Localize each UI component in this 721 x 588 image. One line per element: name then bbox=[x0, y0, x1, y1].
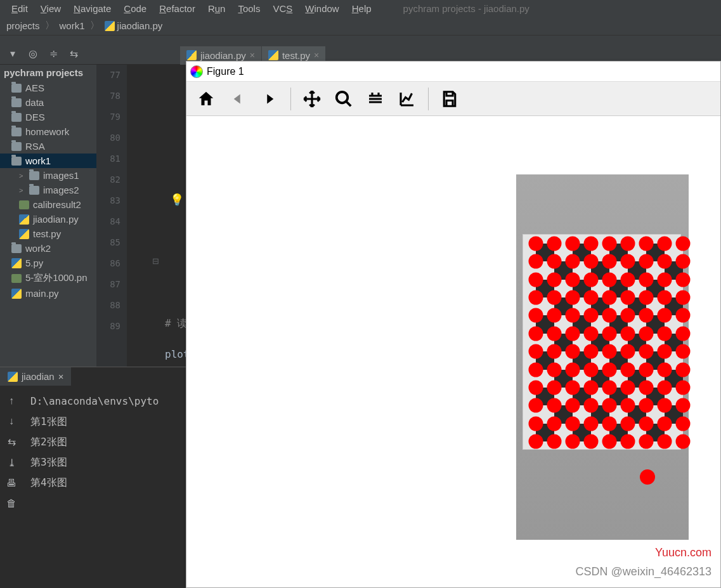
tree-item[interactable]: calibresult2 bbox=[0, 197, 96, 212]
folder-icon bbox=[11, 127, 22, 136]
line-number: 82 bbox=[96, 169, 120, 190]
home-icon[interactable] bbox=[193, 86, 219, 112]
image-file-icon bbox=[11, 274, 22, 283]
close-icon[interactable]: × bbox=[250, 50, 255, 60]
tree-item[interactable]: work2 bbox=[0, 241, 96, 256]
line-number: 87 bbox=[96, 274, 120, 295]
chevron-right-icon: 〉 bbox=[44, 20, 56, 32]
project-tree: AESdataDEShomeworkRSAwork1>images1>image… bbox=[0, 81, 96, 301]
python-file-icon bbox=[11, 289, 22, 299]
tree-item[interactable]: test.py bbox=[0, 226, 96, 241]
figure-toolbar bbox=[186, 82, 720, 116]
back-icon[interactable] bbox=[224, 86, 251, 112]
settings-icon[interactable]: ⇆ bbox=[66, 46, 81, 62]
tree-label: work2 bbox=[25, 243, 51, 254]
collapse-icon[interactable]: ≑ bbox=[46, 46, 61, 62]
tree-label: work1 bbox=[25, 155, 51, 166]
breadcrumb: projects 〉 work1 〉 jiaodian.py bbox=[0, 16, 721, 36]
tree-item[interactable]: data bbox=[0, 95, 96, 110]
tree-label: jiaodian.py bbox=[33, 214, 79, 225]
down-arrow-icon[interactable]: ↓ bbox=[9, 415, 14, 427]
project-title: pychram projects bbox=[0, 65, 96, 81]
forward-icon[interactable] bbox=[256, 86, 283, 112]
menu-edit[interactable]: Edit bbox=[5, 2, 34, 15]
tree-item[interactable]: AES bbox=[0, 81, 96, 95]
figure-title: Figure 1 bbox=[207, 66, 244, 77]
tree-label: DES bbox=[25, 112, 45, 122]
tree-item[interactable]: 5.py bbox=[0, 256, 96, 270]
python-file-icon bbox=[8, 372, 18, 382]
tree-item[interactable]: homework bbox=[0, 124, 96, 139]
breadcrumb-item[interactable]: projects bbox=[3, 19, 44, 32]
tree-item[interactable]: main.py bbox=[0, 286, 96, 301]
line-number: 83 bbox=[96, 190, 120, 211]
lightbulb-icon[interactable]: 💡 bbox=[170, 193, 184, 207]
tree-item[interactable]: DES bbox=[0, 110, 96, 124]
breadcrumb-label: jiaodian.py bbox=[117, 20, 163, 31]
menu-vcs[interactable]: VCS bbox=[266, 2, 299, 15]
python-file-icon bbox=[19, 229, 29, 239]
tab-label: test.py bbox=[282, 50, 310, 61]
axes-icon[interactable] bbox=[394, 86, 420, 112]
wrap-icon[interactable]: ⇆ bbox=[8, 436, 16, 448]
python-file-icon bbox=[19, 214, 29, 225]
close-icon[interactable]: × bbox=[58, 371, 64, 382]
zoom-icon[interactable] bbox=[330, 86, 357, 112]
figure-canvas[interactable]: Yuucn.com CSDN @weixin_46462313 bbox=[186, 116, 720, 587]
breadcrumb-item[interactable]: jiaodian.py bbox=[101, 19, 167, 32]
code-comment: # 读 bbox=[165, 317, 187, 330]
chevron-right-icon: 〉 bbox=[89, 20, 101, 32]
scroll-icon[interactable]: ⤓ bbox=[8, 457, 16, 469]
menu-code[interactable]: Code bbox=[117, 2, 153, 15]
fold-icon[interactable]: ⊟ bbox=[152, 256, 159, 266]
menu-help[interactable]: Help bbox=[346, 2, 378, 15]
folder-icon bbox=[29, 171, 39, 180]
folder-icon bbox=[11, 84, 22, 93]
line-number: 81 bbox=[96, 148, 120, 169]
tree-item[interactable]: RSA bbox=[0, 139, 96, 154]
tree-label: homework bbox=[25, 126, 69, 137]
menu-navigate[interactable]: Navigate bbox=[67, 2, 117, 15]
print-icon[interactable]: 🖶 bbox=[6, 478, 16, 489]
subplots-icon[interactable] bbox=[362, 86, 389, 112]
watermark: Yuucn.com bbox=[655, 546, 711, 559]
tab-label: jiaodian.py bbox=[200, 50, 246, 61]
tree-item[interactable]: work1 bbox=[0, 154, 96, 168]
breadcrumb-item[interactable]: work1 bbox=[56, 19, 89, 32]
pan-icon[interactable] bbox=[299, 86, 325, 112]
up-arrow-icon[interactable]: ↑ bbox=[9, 395, 14, 407]
close-icon[interactable]: × bbox=[314, 50, 319, 60]
tree-label: main.py bbox=[25, 288, 59, 299]
line-number: 85 bbox=[96, 232, 120, 253]
tree-item[interactable]: jiaodian.py bbox=[0, 212, 96, 226]
tree-item[interactable]: >images2 bbox=[0, 183, 96, 197]
svg-point-0 bbox=[337, 91, 348, 103]
menu-run[interactable]: Run bbox=[202, 2, 232, 15]
tree-label: RSA bbox=[25, 141, 45, 152]
line-number: 89 bbox=[96, 316, 120, 337]
folder-icon bbox=[11, 98, 22, 107]
tree-item[interactable]: 5-室外1000.pn bbox=[0, 270, 96, 286]
target-icon[interactable]: ◎ bbox=[25, 46, 41, 62]
menu-refactor[interactable]: Refactor bbox=[153, 2, 202, 15]
save-icon[interactable] bbox=[436, 86, 463, 112]
run-tab[interactable]: jiaodian × bbox=[0, 367, 71, 386]
calibration-image bbox=[516, 174, 689, 540]
menu-window[interactable]: Window bbox=[299, 2, 345, 15]
menu-tools[interactable]: Tools bbox=[231, 2, 266, 15]
folder-icon bbox=[11, 113, 22, 122]
menu-view[interactable]: View bbox=[34, 2, 67, 15]
tree-item[interactable]: >images1 bbox=[0, 168, 96, 183]
line-number: 78 bbox=[96, 86, 120, 107]
separator bbox=[290, 88, 291, 110]
tree-label: images1 bbox=[43, 170, 79, 181]
figure-window[interactable]: Figure 1 bbox=[186, 61, 721, 588]
line-number: 86 bbox=[96, 253, 120, 274]
folder-icon bbox=[11, 142, 22, 151]
run-tab-label: jiaodian bbox=[22, 371, 55, 382]
trash-icon[interactable]: 🗑 bbox=[6, 498, 16, 509]
project-chevron-icon[interactable]: ▾ bbox=[5, 46, 20, 62]
python-file-icon bbox=[11, 258, 22, 268]
figure-titlebar[interactable]: Figure 1 bbox=[186, 62, 720, 82]
watermark: CSDN @weixin_46462313 bbox=[576, 565, 711, 578]
